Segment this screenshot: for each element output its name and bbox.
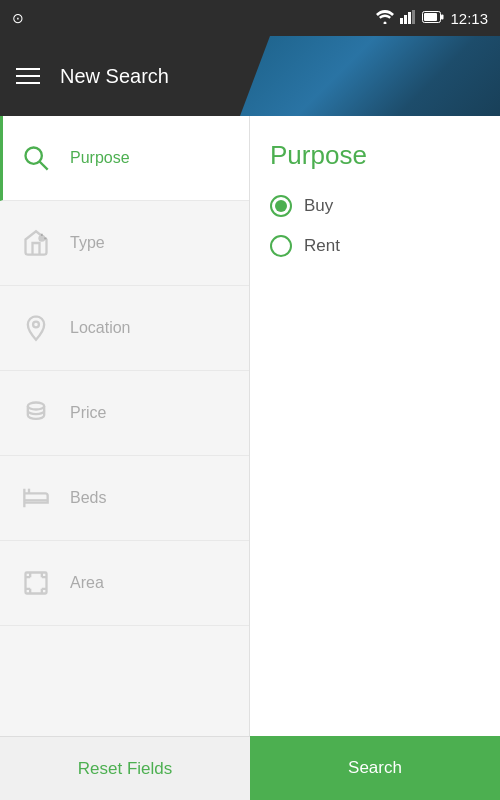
app-header: New Search xyxy=(0,36,500,116)
svg-rect-6 xyxy=(424,13,437,21)
status-bar-left: ⊙ xyxy=(12,10,24,26)
buy-label: Buy xyxy=(304,196,333,216)
signal-icon xyxy=(400,10,416,27)
coins-icon xyxy=(20,399,52,427)
sidebar-type-label: Type xyxy=(70,234,105,252)
main-content: Purpose Type Lo xyxy=(0,116,500,736)
sidebar-purpose-label: Purpose xyxy=(70,149,130,167)
sidebar-price-label: Price xyxy=(70,404,106,422)
home-icon xyxy=(20,229,52,257)
option-rent[interactable]: Rent xyxy=(270,235,480,257)
bed-icon xyxy=(20,484,52,512)
svg-rect-1 xyxy=(400,18,403,24)
sidebar-item-location[interactable]: Location xyxy=(0,286,249,371)
search-icon xyxy=(20,144,52,172)
sidebar-item-price[interactable]: Price xyxy=(0,371,249,456)
sidebar-area-label: Area xyxy=(70,574,104,592)
buy-radio[interactable] xyxy=(270,195,292,217)
pin-icon xyxy=(20,314,52,342)
hamburger-button[interactable] xyxy=(16,68,40,84)
area-icon xyxy=(20,569,52,597)
sidebar-item-type[interactable]: Type xyxy=(0,201,249,286)
svg-point-11 xyxy=(33,322,39,328)
wifi-icon xyxy=(376,10,394,27)
svg-rect-2 xyxy=(404,15,407,24)
sidebar-item-area[interactable]: Area xyxy=(0,541,249,626)
gps-icon: ⊙ xyxy=(12,10,24,26)
sidebar-item-purpose[interactable]: Purpose xyxy=(0,116,249,201)
content-panel: Purpose Buy Rent xyxy=(250,116,500,736)
time-display: 12:13 xyxy=(450,10,488,27)
svg-point-0 xyxy=(384,21,387,24)
svg-point-12 xyxy=(28,403,44,410)
reset-button[interactable]: Reset Fields xyxy=(0,736,250,800)
rent-label: Rent xyxy=(304,236,340,256)
sidebar-beds-label: Beds xyxy=(70,489,106,507)
search-button[interactable]: Search xyxy=(250,736,500,800)
header-background xyxy=(240,36,500,116)
svg-rect-7 xyxy=(441,14,444,19)
bottom-bar: Reset Fields Search xyxy=(0,736,500,800)
option-buy[interactable]: Buy xyxy=(270,195,480,217)
sidebar: Purpose Type Lo xyxy=(0,116,250,736)
battery-icon xyxy=(422,11,444,26)
svg-rect-3 xyxy=(408,12,411,24)
content-title: Purpose xyxy=(270,140,480,171)
sidebar-location-label: Location xyxy=(70,319,131,337)
status-bar: ⊙ 12:13 xyxy=(0,0,500,36)
svg-rect-4 xyxy=(412,10,415,24)
sidebar-item-beds[interactable]: Beds xyxy=(0,456,249,541)
svg-line-9 xyxy=(40,162,48,170)
header-title: New Search xyxy=(60,65,169,88)
rent-radio[interactable] xyxy=(270,235,292,257)
svg-point-8 xyxy=(26,148,42,164)
svg-rect-13 xyxy=(26,573,47,594)
status-bar-right: 12:13 xyxy=(376,10,488,27)
